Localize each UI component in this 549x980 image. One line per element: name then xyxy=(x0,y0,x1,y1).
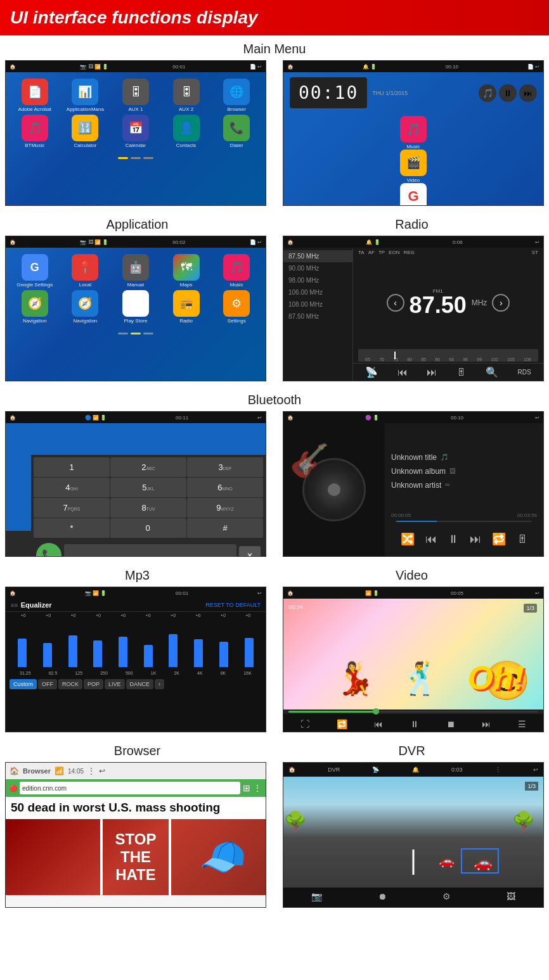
app-contacts[interactable]: 👤 Contacts xyxy=(162,115,210,148)
app-settings2-label: Settings xyxy=(228,318,246,324)
eq-bar-625[interactable] xyxy=(43,643,52,667)
repeat-icon[interactable]: 🔁 xyxy=(492,532,506,546)
dvr-top-bar: 🏠 DVR 📡 🔔 0:03 ⋮ ↩ xyxy=(283,763,543,777)
app-music2[interactable]: 🎵 Music xyxy=(212,254,261,288)
cast-icon[interactable]: 📡 xyxy=(365,366,378,378)
video-next-icon[interactable]: ⏭ xyxy=(482,719,491,729)
app-navigation1[interactable]: 🧭 Navigation xyxy=(11,290,59,324)
dvr-screenshot-icon[interactable]: 📷 xyxy=(311,891,322,901)
browser-more-icon[interactable]: ⋮ xyxy=(87,767,95,775)
browser-app-label: Browser xyxy=(23,767,51,775)
time-current: 00:00:05 xyxy=(391,512,411,518)
radio-ff-icon[interactable]: ⏭ xyxy=(427,367,437,378)
app-local[interactable]: 📍 Local xyxy=(61,254,110,288)
preset-live[interactable]: LIVE xyxy=(105,679,125,689)
preset-custom[interactable]: Custom xyxy=(10,679,37,689)
radio-eq-icon[interactable]: 🎚 xyxy=(456,367,467,378)
app-calculator[interactable]: 🔢 Calculator xyxy=(61,115,110,148)
app-calendar[interactable]: 📅 Calendar xyxy=(112,115,160,148)
eq-bar-4k[interactable] xyxy=(194,639,203,667)
radio-freq-display: 87.50 xyxy=(410,294,467,317)
video-list-icon[interactable]: ☰ xyxy=(518,719,526,729)
app-playstore[interactable]: ▶ Play Store xyxy=(112,290,160,324)
dial-9[interactable]: 9WXYZ xyxy=(187,498,263,518)
eq-bar-3125[interactable] xyxy=(18,639,27,667)
app-video[interactable]: 🎬 Video xyxy=(288,150,538,183)
radio-next-btn[interactable]: › xyxy=(492,294,510,312)
call-button[interactable]: 📞 xyxy=(36,543,61,557)
track-artist: Unknown artist xyxy=(391,481,441,490)
app-radio[interactable]: 📻 Radio xyxy=(162,290,210,324)
app-local-label: Local xyxy=(79,282,91,288)
eq-bar-1k[interactable] xyxy=(144,645,153,667)
dial-0[interactable]: 0. xyxy=(110,518,186,538)
app-google-settings-label: Google Settings xyxy=(16,282,53,288)
dial-2[interactable]: 2ABC xyxy=(110,457,186,477)
shuffle-icon[interactable]: 🔀 xyxy=(401,532,415,546)
dvr-title: DVR xyxy=(274,737,549,762)
video-repeat-icon[interactable]: 🔁 xyxy=(337,719,347,729)
video-play-icon[interactable]: ⏸ xyxy=(410,719,419,729)
dial-hash[interactable]: # xyxy=(187,518,263,538)
preset-off[interactable]: OFF xyxy=(38,679,57,689)
app-settings2[interactable]: ⚙ Settings xyxy=(212,290,261,324)
preset-rock[interactable]: ROCK xyxy=(58,679,82,689)
app-appmanager[interactable]: 📊 ApplicationMana xyxy=(61,79,110,112)
radio-search-icon[interactable]: 🔍 xyxy=(486,366,498,378)
prev-track-icon[interactable]: ⏮ xyxy=(425,533,437,546)
dial-5[interactable]: 5JKL xyxy=(110,478,186,497)
app-aux2[interactable]: 🎛 AUX 2 xyxy=(162,79,210,112)
dial-1[interactable]: 1 xyxy=(34,457,110,477)
dvr-gallery-icon[interactable]: 🖼 xyxy=(507,891,515,901)
backspace-button[interactable]: ✕ xyxy=(239,546,261,557)
eq-bar-250[interactable] xyxy=(93,640,102,667)
dial-star[interactable]: * xyxy=(34,518,110,538)
browser-home-icon[interactable]: 🏠 xyxy=(10,767,19,775)
eq-bar-16k[interactable] xyxy=(245,638,254,667)
dial-8[interactable]: 8TUV xyxy=(110,498,186,518)
eq-bar-125[interactable] xyxy=(68,635,77,667)
dvr-road-view: 🌳 🌳 🚗 🚗 1/3 xyxy=(283,777,543,888)
browser-address-bar: 🔴 edition.cnn.com ⊞ ⋮ xyxy=(6,779,266,797)
dial-3[interactable]: 3DEF xyxy=(187,457,263,477)
eq-presets: Custom OFF ROCK POP LIVE DANCE › xyxy=(6,677,266,692)
app-manual[interactable]: 🤖 Manual xyxy=(112,254,160,288)
dvr-settings-icon[interactable]: ⚙ xyxy=(442,891,451,901)
preset-dance[interactable]: DANCE xyxy=(126,679,154,689)
app-google-settings[interactable]: G Google Settings xyxy=(11,254,59,288)
browser-url-field[interactable]: edition.cnn.com xyxy=(20,782,240,794)
app-aux1[interactable]: 🎛 AUX 1 xyxy=(112,79,160,112)
browser-back-icon[interactable]: ↩ xyxy=(99,767,105,775)
app-adobe[interactable]: 📄 Adobe Acrobat xyxy=(11,79,59,112)
browser-tabs-icon[interactable]: ⊞ xyxy=(243,783,250,793)
next-track-icon[interactable]: ⏭ xyxy=(470,533,481,546)
eq-reset-button[interactable]: RESET TO DEFAULT xyxy=(205,602,261,608)
browser-menu-icon[interactable]: ⋮ xyxy=(253,783,262,793)
app-browser[interactable]: 🌐 Browser xyxy=(212,79,261,112)
dial-7[interactable]: 7PQRS xyxy=(34,498,110,518)
eq-music-icon[interactable]: 🎚 xyxy=(517,533,528,546)
section-mp3-video: Mp3 Video 🏠 📷 📶 🔋 00:01 ↩ ≡≡ Equalizer R… xyxy=(0,562,549,737)
play-pause-icon[interactable]: ⏸ xyxy=(448,533,459,546)
preset-pop[interactable]: POP xyxy=(84,679,103,689)
dial-4[interactable]: 4GHI xyxy=(34,478,110,497)
app-music[interactable]: 🎵 Music xyxy=(288,116,538,150)
app-navigation2[interactable]: 🧭 Navigation xyxy=(61,290,110,324)
eq-bar-2k[interactable] xyxy=(169,634,178,667)
radio-prev-btn[interactable]: ‹ xyxy=(387,294,404,312)
fullscreen-icon[interactable]: ⛶ xyxy=(300,719,309,729)
preset-more[interactable]: › xyxy=(155,679,164,689)
eq-bar-500[interactable] xyxy=(119,637,127,667)
video-stop-icon[interactable]: ⏹ xyxy=(446,719,455,729)
dvr-record-icon[interactable]: ⏺ xyxy=(378,891,387,901)
app-google[interactable]: G Google xyxy=(288,183,538,206)
radio-rew-icon[interactable]: ⏮ xyxy=(397,367,408,378)
video-prev-icon[interactable]: ⏮ xyxy=(374,719,383,729)
radio-title: Radio xyxy=(274,211,549,236)
dial-6[interactable]: 6MNO xyxy=(187,478,263,497)
eq-bar-8k[interactable] xyxy=(219,642,228,667)
radio-time: 0:06 xyxy=(453,239,463,245)
app-dialer[interactable]: 📞 Dialer xyxy=(212,115,261,148)
app-btmusic[interactable]: 🎵 BTMusic xyxy=(11,115,59,148)
app-maps2[interactable]: 🗺 Maps xyxy=(162,254,210,288)
